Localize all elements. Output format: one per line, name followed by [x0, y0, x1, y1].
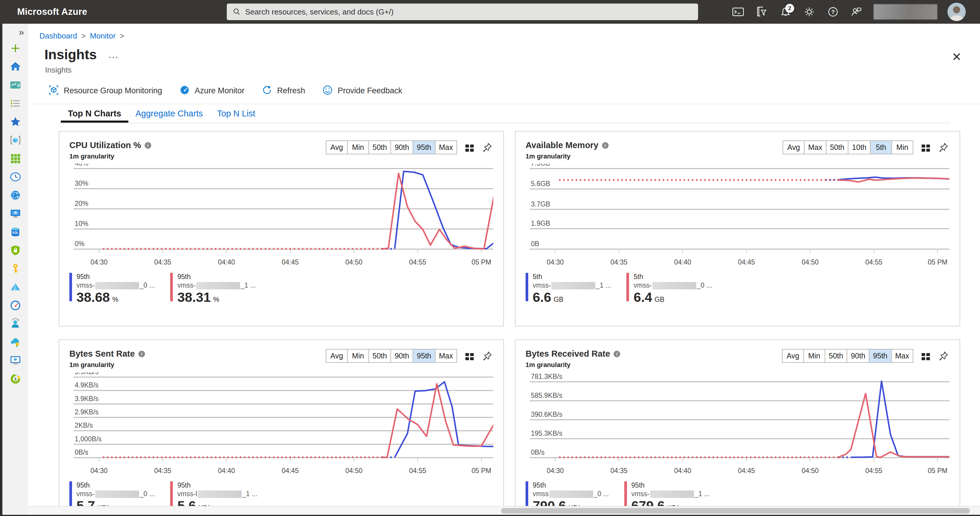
percentile-button-avg[interactable]: Avg	[782, 349, 804, 363]
svg-text:04:30: 04:30	[91, 467, 108, 475]
sidebar-item-virtual-machines[interactable]	[10, 208, 21, 219]
legend-item[interactable]: 95thvmss-_0 ...38.68%	[69, 273, 155, 307]
tab-top-n-list[interactable]: Top N List	[210, 104, 262, 123]
percentile-button-90th[interactable]: 90th	[390, 140, 413, 154]
sidebar-item-app-services[interactable]	[10, 189, 21, 201]
sidebar-expand-icon[interactable]: »	[2, 24, 28, 38]
percentile-button-min[interactable]: Min	[347, 349, 369, 363]
sidebar-item-sql-databases[interactable]: SQL	[10, 226, 21, 238]
percentile-button-avg[interactable]: Avg	[783, 140, 805, 154]
service-health-icon	[10, 344, 21, 349]
percentile-button-10th[interactable]: 10th	[848, 140, 870, 154]
sidebar-item-virtual-machines-monitor[interactable]	[10, 354, 21, 367]
key-vaults-icon	[10, 270, 21, 275]
svg-text:04:50: 04:50	[345, 467, 363, 475]
close-icon[interactable]: ✕	[951, 51, 962, 63]
sidebar-item-resource-groups[interactable]	[10, 134, 21, 146]
brand-microsoft-azure[interactable]: Microsoft Azure	[17, 6, 87, 17]
sidebar-item-create-resource[interactable]	[10, 42, 21, 54]
sidebar-item-key-vaults[interactable]	[10, 263, 21, 275]
directory-filter-icon[interactable]	[755, 5, 768, 19]
percentile-button-max[interactable]: Max	[804, 140, 826, 154]
sidebar-item-dashboard[interactable]	[10, 79, 21, 91]
percentile-button-90th[interactable]: 90th	[390, 349, 413, 363]
vm-monitor-icon	[10, 362, 21, 367]
search-input[interactable]	[245, 7, 675, 17]
percentile-button-95th[interactable]: 95th	[413, 140, 436, 154]
percentile-button-avg[interactable]: Avg	[326, 140, 348, 154]
svg-text:2.9KB/s: 2.9KB/s	[75, 408, 99, 416]
percentile-button-min[interactable]: Min	[347, 140, 369, 154]
percentile-button-50th[interactable]: 50th	[826, 140, 849, 154]
percentile-button-5th[interactable]: 5th	[870, 140, 892, 154]
percentile-button-50th[interactable]: 50th	[369, 140, 391, 154]
search-box[interactable]	[227, 3, 698, 20]
sidebar-item-favorites[interactable]	[10, 116, 21, 128]
sidebar-item-monitor[interactable]	[10, 300, 21, 311]
legend-series-name: vmss-_0 ...	[76, 489, 155, 498]
sidebar-item-security-center[interactable]	[10, 245, 21, 256]
settings-icon[interactable]	[802, 5, 816, 19]
percentile-button-max[interactable]: Max	[891, 349, 913, 363]
toolbar-button-resource-group-monitoring[interactable]: Resource Group Monitoring	[48, 85, 162, 97]
percentile-button-min[interactable]: Min	[891, 140, 913, 154]
pin-icon[interactable]	[938, 142, 950, 153]
info-icon[interactable]: i	[145, 142, 151, 149]
legend-value: 38.68%	[76, 290, 155, 307]
legend-unit: %	[213, 295, 219, 303]
tab-aggregate-charts[interactable]: Aggregate Charts	[128, 104, 210, 123]
details-grid-icon[interactable]	[464, 351, 475, 361]
breadcrumb-link-monitor[interactable]: Monitor	[90, 32, 116, 40]
horizontal-scrollbar[interactable]	[28, 506, 980, 515]
redacted-name	[196, 282, 240, 289]
svg-text:04:35: 04:35	[610, 467, 628, 475]
sidebar-item-service-health[interactable]	[10, 336, 21, 348]
sidebar-item-azure-active-directory[interactable]	[10, 281, 21, 293]
breadcrumb-link-dashboard[interactable]: Dashboard	[40, 32, 77, 40]
percentile-button-max[interactable]: Max	[435, 140, 457, 154]
sidebar-item-recent[interactable]	[10, 171, 21, 183]
pin-icon[interactable]	[938, 351, 950, 362]
details-grid-icon[interactable]	[464, 142, 475, 153]
pin-icon[interactable]	[482, 142, 493, 153]
chart-card-bytes-sent-rate: Bytes Sent Ratei1m granularityAvgMin50th…	[59, 340, 504, 516]
percentile-button-90th[interactable]: 90th	[846, 349, 869, 363]
info-icon[interactable]: i	[602, 142, 609, 149]
help-icon[interactable]: ?	[826, 5, 840, 19]
sidebar-item-cost-management[interactable]: $	[10, 373, 21, 385]
pin-icon[interactable]	[482, 351, 493, 362]
horizontal-scrollbar-thumb[interactable]	[501, 508, 970, 514]
legend-item[interactable]: 95thvmss-_1 ...38.31%	[170, 273, 256, 307]
details-grid-icon[interactable]	[920, 351, 931, 361]
percentile-button-50th[interactable]: 50th	[825, 349, 848, 363]
svg-text:781.3KB/s: 781.3KB/s	[531, 373, 562, 380]
tab-top-n-charts[interactable]: Top N Charts	[61, 104, 128, 123]
percentile-button-max[interactable]: Max	[435, 349, 457, 363]
info-icon[interactable]: i	[138, 351, 145, 357]
percentile-button-50th[interactable]: 50th	[369, 349, 391, 363]
svg-text:3.9KB/s: 3.9KB/s	[75, 395, 99, 403]
sidebar-item-advisor[interactable]	[10, 318, 21, 330]
feedback-icon[interactable]	[850, 5, 864, 19]
sidebar-item-all-resources[interactable]	[10, 152, 21, 164]
toolbar-button-refresh[interactable]: Refresh	[262, 85, 305, 97]
details-grid-icon[interactable]	[920, 142, 931, 153]
toolbar-button-azure-monitor[interactable]: Azure Monitor	[179, 85, 245, 97]
cloud-shell-icon[interactable]	[731, 5, 745, 19]
avatar[interactable]	[947, 3, 966, 21]
more-options-icon[interactable]: …	[108, 52, 119, 57]
redacted-name	[95, 282, 139, 289]
percentile-button-95th[interactable]: 95th	[413, 349, 436, 363]
percentile-button-95th[interactable]: 95th	[869, 349, 892, 363]
legend-item[interactable]: 5thvmss-_1 ...6.6GB	[526, 273, 611, 307]
notifications-icon[interactable]: 2	[779, 5, 792, 19]
svg-text:4.9KB/s: 4.9KB/s	[75, 381, 99, 389]
sidebar-item-home[interactable]	[10, 61, 21, 73]
toolbar-button-provide-feedback[interactable]: Provide Feedback	[322, 85, 402, 97]
legend-item[interactable]: 5thvmss-_0 ...6.4GB	[626, 273, 712, 307]
svg-text:5.9KB/s: 5.9KB/s	[75, 372, 99, 376]
percentile-button-min[interactable]: Min	[803, 349, 825, 363]
sidebar-item-all-services[interactable]	[10, 97, 21, 109]
percentile-button-avg[interactable]: Avg	[326, 349, 348, 363]
info-icon[interactable]: i	[614, 351, 620, 357]
